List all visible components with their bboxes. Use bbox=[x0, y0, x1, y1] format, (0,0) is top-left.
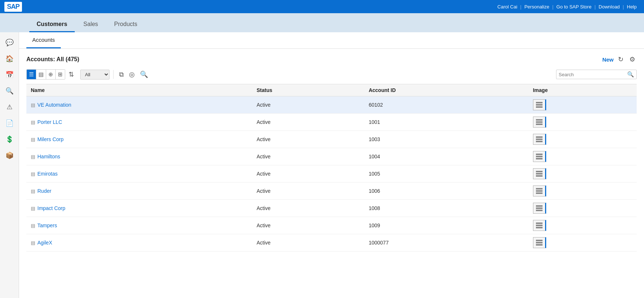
cell-status: Active bbox=[252, 234, 364, 251]
alert-icon[interactable]: ⚠ bbox=[2, 100, 17, 114]
invoice-icon[interactable]: 💲 bbox=[2, 132, 17, 147]
row-icon: ▤ bbox=[31, 119, 35, 125]
image-icon bbox=[533, 220, 546, 231]
document-icon[interactable]: 📄 bbox=[2, 116, 17, 130]
row-icon: ▤ bbox=[31, 223, 35, 228]
col-account-id: Account ID bbox=[364, 84, 528, 96]
help-link[interactable]: Help bbox=[624, 4, 640, 10]
table-row: ▤Impact CorpActive1008 bbox=[26, 200, 637, 217]
account-name-link[interactable]: Impact Corp bbox=[37, 205, 65, 211]
table-row: ▤EmirotasActive1005 bbox=[26, 165, 637, 183]
col-name: Name bbox=[26, 84, 252, 96]
cell-status: Active bbox=[252, 148, 364, 165]
table-row: ▤AgileXActive1000077 bbox=[26, 234, 637, 251]
row-icon: ▤ bbox=[31, 206, 35, 211]
cell-image bbox=[529, 183, 637, 200]
table-row: ▤Milers CorpActive1003 bbox=[26, 131, 637, 148]
cell-status: Active bbox=[252, 131, 364, 148]
account-name-link[interactable]: Porter LLC bbox=[37, 119, 62, 125]
row-icon: ▤ bbox=[31, 102, 35, 108]
top-bar-right: Carol Cai | Personalize | Go to SAP Stor… bbox=[495, 4, 640, 10]
cell-image bbox=[529, 200, 637, 217]
cell-name: ▤Emirotas bbox=[26, 165, 252, 183]
chat-icon[interactable]: 💬 bbox=[2, 35, 17, 50]
table-row: ▤VE AutomationActive60102 bbox=[26, 96, 637, 114]
search-icon[interactable]: 🔍 bbox=[2, 84, 17, 98]
tab-accounts[interactable]: Accounts bbox=[26, 32, 61, 48]
accounts-header: Accounts: All (475) New ↻ ⚙ bbox=[26, 55, 637, 64]
sidebar: 💬 🏠 📅 🔍 ⚠ 📄 💲 📦 bbox=[0, 32, 19, 298]
tab-sales[interactable]: Sales bbox=[76, 17, 106, 32]
cell-image bbox=[529, 165, 637, 183]
toolbar: ☰ ▤ ⊕ ⊞ ⇅ All ⧉ ◎ 🔍 🔍 bbox=[26, 69, 637, 80]
tab-customers[interactable]: Customers bbox=[29, 17, 75, 32]
image-icon bbox=[533, 237, 546, 248]
cell-image bbox=[529, 114, 637, 131]
main-content: Accounts Accounts: All (475) New ↻ ⚙ ☰ ▤… bbox=[19, 32, 644, 298]
globe-view-button[interactable]: ⊕ bbox=[46, 70, 56, 79]
home-icon[interactable]: 🏠 bbox=[2, 51, 17, 66]
cell-image bbox=[529, 148, 637, 165]
cell-name: ▤Milers Corp bbox=[26, 131, 252, 148]
personalize-link[interactable]: Personalize bbox=[521, 4, 552, 10]
sort-button[interactable]: ⇅ bbox=[67, 70, 76, 79]
search-input[interactable] bbox=[559, 72, 627, 77]
filter-icon-button[interactable]: ◎ bbox=[127, 70, 137, 79]
settings-button[interactable]: ⚙ bbox=[628, 55, 637, 64]
table-row: ▤RuderActive1006 bbox=[26, 183, 637, 200]
cell-account-id: 1004 bbox=[364, 148, 528, 165]
toolbar-separator bbox=[113, 70, 114, 79]
accounts-table: Name Status Account ID Image ▤VE Automat… bbox=[26, 84, 637, 251]
cell-image bbox=[529, 131, 637, 148]
compact-view-button[interactable]: ▤ bbox=[36, 70, 46, 79]
table-row: ▤TampersActive1009 bbox=[26, 217, 637, 234]
image-icon bbox=[533, 99, 546, 110]
cell-status: Active bbox=[252, 217, 364, 234]
account-name-link[interactable]: Tampers bbox=[37, 222, 57, 228]
package-icon[interactable]: 📦 bbox=[2, 148, 17, 163]
sap-logo: SAP bbox=[4, 2, 22, 12]
row-icon: ▤ bbox=[31, 171, 35, 177]
sub-tabs: Accounts bbox=[19, 32, 644, 49]
cell-account-id: 1008 bbox=[364, 200, 528, 217]
account-name-link[interactable]: Emirotas bbox=[37, 171, 58, 177]
sap-store-link[interactable]: Go to SAP Store bbox=[554, 4, 595, 10]
zoom-button[interactable]: 🔍 bbox=[138, 70, 150, 79]
col-status: Status bbox=[252, 84, 364, 96]
table-row: ▤HamiltonsActive1004 bbox=[26, 148, 637, 165]
nav-tabs: Customers Sales Products bbox=[0, 13, 644, 32]
cell-name: ▤Tampers bbox=[26, 217, 252, 234]
cell-status: Active bbox=[252, 165, 364, 183]
cell-name: ▤VE Automation bbox=[26, 96, 252, 114]
calendar-icon[interactable]: 📅 bbox=[2, 67, 17, 82]
tab-products[interactable]: Products bbox=[107, 17, 145, 32]
image-icon bbox=[533, 203, 546, 214]
account-name-link[interactable]: Milers Corp bbox=[37, 136, 64, 142]
cell-account-id: 1009 bbox=[364, 217, 528, 234]
new-button[interactable]: New bbox=[602, 56, 614, 63]
download-link[interactable]: Download bbox=[596, 4, 623, 10]
filter-select[interactable]: All bbox=[80, 70, 110, 80]
refresh-button[interactable]: ↻ bbox=[617, 55, 625, 64]
search-icon: 🔍 bbox=[627, 71, 634, 78]
grid-view-button[interactable]: ⊞ bbox=[56, 70, 65, 79]
row-icon: ▤ bbox=[31, 154, 35, 159]
account-name-link[interactable]: Hamiltons bbox=[37, 154, 60, 159]
account-name-link[interactable]: Ruder bbox=[37, 188, 51, 194]
cell-account-id: 1001 bbox=[364, 114, 528, 131]
view-group: ☰ ▤ ⊕ ⊞ bbox=[26, 69, 65, 80]
table-body: ▤VE AutomationActive60102▤Porter LLCActi… bbox=[26, 96, 637, 251]
cell-account-id: 1006 bbox=[364, 183, 528, 200]
table-wrap: Name Status Account ID Image ▤VE Automat… bbox=[26, 84, 637, 251]
columns-button[interactable]: ⧉ bbox=[117, 70, 126, 79]
cell-name: ▤Hamiltons bbox=[26, 148, 252, 165]
row-icon: ▤ bbox=[31, 188, 35, 194]
top-bar: SAP Carol Cai | Personalize | Go to SAP … bbox=[0, 0, 644, 13]
layout: 💬 🏠 📅 🔍 ⚠ 📄 💲 📦 Accounts Accounts: All (… bbox=[0, 32, 644, 298]
account-name-link[interactable]: VE Automation bbox=[37, 102, 71, 108]
image-icon bbox=[533, 168, 546, 179]
accounts-actions: New ↻ ⚙ bbox=[602, 55, 637, 64]
account-name-link[interactable]: AgileX bbox=[37, 240, 52, 246]
list-view-button[interactable]: ☰ bbox=[27, 70, 36, 79]
search-box: 🔍 bbox=[556, 70, 637, 79]
